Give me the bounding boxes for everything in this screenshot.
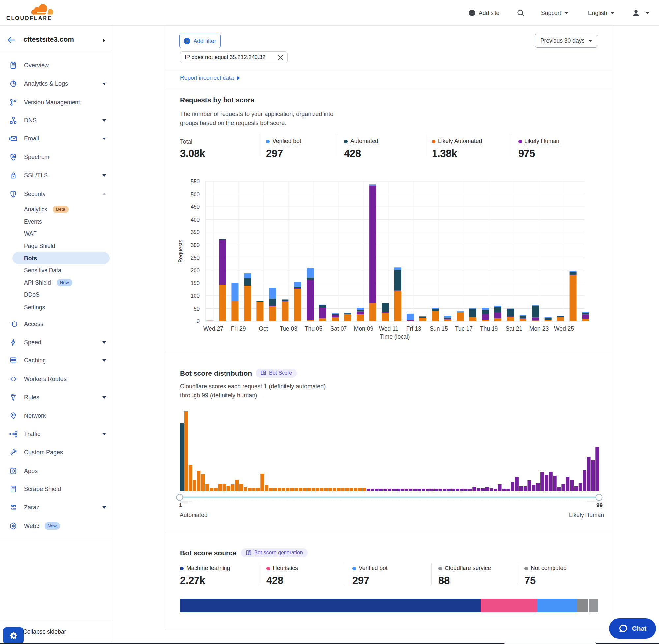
- svg-text:550: 550: [191, 178, 200, 185]
- svg-text:400: 400: [191, 217, 200, 223]
- svg-text:Mon 09: Mon 09: [354, 325, 373, 332]
- svg-text:Sat 21: Sat 21: [506, 325, 522, 332]
- svg-text:Mon 23: Mon 23: [529, 325, 548, 332]
- svg-text:100: 100: [191, 293, 200, 299]
- svg-text:Thu 05: Thu 05: [305, 325, 323, 332]
- svg-text:Sun 15: Sun 15: [429, 325, 448, 332]
- svg-text:450: 450: [191, 204, 200, 210]
- svg-text:300: 300: [191, 242, 200, 248]
- svg-text:50: 50: [193, 306, 200, 312]
- svg-text:350: 350: [191, 229, 200, 235]
- svg-text:0: 0: [197, 318, 200, 324]
- svg-text:Requests: Requests: [178, 240, 183, 263]
- svg-text:Wed 25: Wed 25: [554, 325, 574, 332]
- svg-text:Wed 27: Wed 27: [204, 325, 223, 332]
- svg-text:Thu 19: Thu 19: [480, 325, 498, 332]
- svg-text:Sat 07: Sat 07: [330, 325, 347, 332]
- svg-text:150: 150: [191, 280, 200, 286]
- svg-text:Fri 29: Fri 29: [231, 325, 246, 332]
- svg-text:Tue 17: Tue 17: [455, 325, 473, 332]
- svg-text:500: 500: [191, 191, 200, 198]
- svg-text:Time (local): Time (local): [380, 334, 410, 340]
- svg-text:200: 200: [191, 268, 200, 274]
- svg-text:250: 250: [191, 255, 200, 261]
- svg-text:Oct: Oct: [259, 325, 268, 332]
- svg-text:Tue 03: Tue 03: [280, 325, 297, 332]
- svg-text:Fri 13: Fri 13: [406, 325, 421, 332]
- svg-text:Wed 11: Wed 11: [379, 325, 399, 332]
